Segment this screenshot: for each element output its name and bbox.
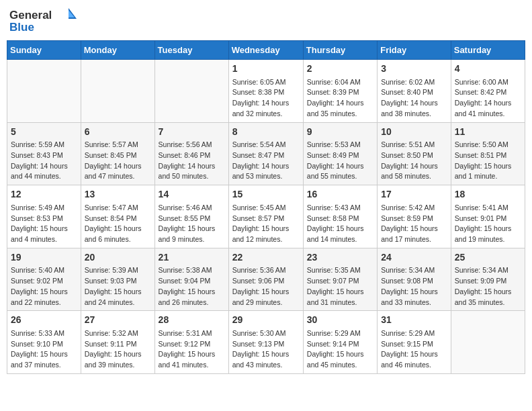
day-info: Sunrise: 5:30 AMSunset: 9:13 PMDaylight:… xyxy=(232,328,300,371)
calendar-cell: 2Sunrise: 6:04 AMSunset: 8:39 PMDaylight… xyxy=(303,60,377,123)
day-header-tuesday: Tuesday xyxy=(154,41,228,60)
day-number: 16 xyxy=(307,188,373,201)
day-header-sunday: Sunday xyxy=(7,41,81,60)
day-number: 18 xyxy=(455,188,521,201)
calendar-cell: 23Sunrise: 5:35 AMSunset: 9:07 PMDayligh… xyxy=(303,248,377,311)
day-header-monday: Monday xyxy=(81,41,154,60)
day-info: Sunrise: 5:41 AMSunset: 9:01 PMDaylight:… xyxy=(455,203,521,245)
day-info: Sunrise: 5:34 AMSunset: 9:08 PMDaylight:… xyxy=(381,265,447,308)
day-info: Sunrise: 5:29 AMSunset: 9:14 PMDaylight:… xyxy=(307,328,373,371)
calendar-week-1: 1Sunrise: 6:05 AMSunset: 8:38 PMDaylight… xyxy=(7,60,525,123)
day-info: Sunrise: 5:49 AMSunset: 8:53 PMDaylight:… xyxy=(11,203,77,245)
day-number: 1 xyxy=(232,62,300,76)
calendar-cell xyxy=(7,60,81,123)
calendar-cell: 29Sunrise: 5:30 AMSunset: 9:13 PMDayligh… xyxy=(228,311,303,374)
calendar-cell: 15Sunrise: 5:45 AMSunset: 8:57 PMDayligh… xyxy=(228,185,303,248)
day-number: 25 xyxy=(455,251,521,265)
day-number: 8 xyxy=(232,126,300,139)
day-info: Sunrise: 5:43 AMSunset: 8:58 PMDaylight:… xyxy=(307,203,373,245)
day-number: 11 xyxy=(455,126,521,139)
day-number: 6 xyxy=(85,126,151,139)
day-info: Sunrise: 6:02 AMSunset: 8:40 PMDaylight:… xyxy=(381,77,447,120)
calendar-cell: 1Sunrise: 6:05 AMSunset: 8:38 PMDaylight… xyxy=(228,60,303,123)
calendar-cell: 14Sunrise: 5:46 AMSunset: 8:55 PMDayligh… xyxy=(154,185,228,248)
day-info: Sunrise: 5:46 AMSunset: 8:55 PMDaylight:… xyxy=(159,203,225,245)
page-header: GeneralBlue xyxy=(7,7,525,35)
calendar-cell: 13Sunrise: 5:47 AMSunset: 8:54 PMDayligh… xyxy=(81,185,154,248)
day-info: Sunrise: 5:36 AMSunset: 9:06 PMDaylight:… xyxy=(232,265,300,308)
day-info: Sunrise: 5:47 AMSunset: 8:54 PMDaylight:… xyxy=(85,203,151,245)
day-number: 15 xyxy=(232,188,300,201)
day-number: 23 xyxy=(307,251,373,265)
day-number: 12 xyxy=(11,188,77,201)
calendar-week-3: 12Sunrise: 5:49 AMSunset: 8:53 PMDayligh… xyxy=(7,185,525,248)
calendar-cell: 24Sunrise: 5:34 AMSunset: 9:08 PMDayligh… xyxy=(378,248,451,311)
calendar-cell: 4Sunrise: 6:00 AMSunset: 8:42 PMDaylight… xyxy=(451,60,525,123)
day-number: 17 xyxy=(381,188,447,201)
day-number: 31 xyxy=(381,314,447,327)
calendar-cell: 8Sunrise: 5:54 AMSunset: 8:47 PMDaylight… xyxy=(228,122,303,185)
calendar-cell: 11Sunrise: 5:50 AMSunset: 8:51 PMDayligh… xyxy=(451,122,525,185)
day-info: Sunrise: 5:29 AMSunset: 9:15 PMDaylight:… xyxy=(381,328,447,371)
day-info: Sunrise: 6:05 AMSunset: 8:38 PMDaylight:… xyxy=(232,77,300,120)
calendar-week-2: 5Sunrise: 5:59 AMSunset: 8:43 PMDaylight… xyxy=(7,122,525,185)
svg-text:Blue: Blue xyxy=(9,21,34,34)
calendar-cell: 26Sunrise: 5:33 AMSunset: 9:10 PMDayligh… xyxy=(7,311,81,374)
day-info: Sunrise: 5:32 AMSunset: 9:11 PMDaylight:… xyxy=(85,328,151,371)
calendar-cell: 9Sunrise: 5:53 AMSunset: 8:49 PMDaylight… xyxy=(303,122,377,185)
svg-text:General: General xyxy=(9,9,52,21)
day-info: Sunrise: 5:31 AMSunset: 9:12 PMDaylight:… xyxy=(159,328,225,371)
calendar-table: SundayMondayTuesdayWednesdayThursdayFrid… xyxy=(7,40,525,374)
day-info: Sunrise: 5:35 AMSunset: 9:07 PMDaylight:… xyxy=(307,265,373,308)
calendar-cell: 31Sunrise: 5:29 AMSunset: 9:15 PMDayligh… xyxy=(378,311,451,374)
calendar-cell: 7Sunrise: 5:56 AMSunset: 8:46 PMDaylight… xyxy=(154,122,228,185)
day-number: 2 xyxy=(307,62,373,76)
calendar-cell: 21Sunrise: 5:38 AMSunset: 9:04 PMDayligh… xyxy=(154,248,228,311)
day-info: Sunrise: 5:34 AMSunset: 9:09 PMDaylight:… xyxy=(455,265,521,308)
day-info: Sunrise: 5:50 AMSunset: 8:51 PMDaylight:… xyxy=(455,140,521,182)
calendar-cell: 28Sunrise: 5:31 AMSunset: 9:12 PMDayligh… xyxy=(154,311,228,374)
day-info: Sunrise: 5:54 AMSunset: 8:47 PMDaylight:… xyxy=(232,140,300,182)
calendar-cell: 25Sunrise: 5:34 AMSunset: 9:09 PMDayligh… xyxy=(451,248,525,311)
logo: GeneralBlue xyxy=(9,7,83,35)
calendar-week-4: 19Sunrise: 5:40 AMSunset: 9:02 PMDayligh… xyxy=(7,248,525,311)
calendar-cell: 18Sunrise: 5:41 AMSunset: 9:01 PMDayligh… xyxy=(451,185,525,248)
calendar-cell: 5Sunrise: 5:59 AMSunset: 8:43 PMDaylight… xyxy=(7,122,81,185)
calendar-week-5: 26Sunrise: 5:33 AMSunset: 9:10 PMDayligh… xyxy=(7,311,525,374)
day-number: 24 xyxy=(381,251,447,265)
calendar-cell: 6Sunrise: 5:57 AMSunset: 8:45 PMDaylight… xyxy=(81,122,154,185)
day-info: Sunrise: 5:51 AMSunset: 8:50 PMDaylight:… xyxy=(381,140,447,182)
day-number: 22 xyxy=(232,251,300,265)
day-info: Sunrise: 5:38 AMSunset: 9:04 PMDaylight:… xyxy=(159,265,225,308)
day-info: Sunrise: 6:04 AMSunset: 8:39 PMDaylight:… xyxy=(307,77,373,120)
day-number: 13 xyxy=(85,188,151,201)
day-number: 29 xyxy=(232,314,300,327)
day-number: 9 xyxy=(307,126,373,139)
calendar-cell: 16Sunrise: 5:43 AMSunset: 8:58 PMDayligh… xyxy=(303,185,377,248)
day-info: Sunrise: 6:00 AMSunset: 8:42 PMDaylight:… xyxy=(455,77,521,120)
calendar-cell: 17Sunrise: 5:42 AMSunset: 8:59 PMDayligh… xyxy=(378,185,451,248)
calendar-cell: 22Sunrise: 5:36 AMSunset: 9:06 PMDayligh… xyxy=(228,248,303,311)
day-header-wednesday: Wednesday xyxy=(228,41,303,60)
day-info: Sunrise: 5:57 AMSunset: 8:45 PMDaylight:… xyxy=(85,140,151,182)
day-number: 26 xyxy=(11,314,77,327)
calendar-cell: 3Sunrise: 6:02 AMSunset: 8:40 PMDaylight… xyxy=(378,60,451,123)
day-number: 28 xyxy=(159,314,225,327)
day-info: Sunrise: 5:42 AMSunset: 8:59 PMDaylight:… xyxy=(381,203,447,245)
calendar-cell xyxy=(81,60,154,123)
calendar-cell: 27Sunrise: 5:32 AMSunset: 9:11 PMDayligh… xyxy=(81,311,154,374)
day-info: Sunrise: 5:40 AMSunset: 9:02 PMDaylight:… xyxy=(11,265,77,308)
day-header-saturday: Saturday xyxy=(451,41,525,60)
calendar-header-row: SundayMondayTuesdayWednesdayThursdayFrid… xyxy=(7,41,525,60)
day-number: 20 xyxy=(85,251,151,265)
day-number: 14 xyxy=(159,188,225,201)
day-info: Sunrise: 5:59 AMSunset: 8:43 PMDaylight:… xyxy=(11,140,77,182)
calendar-cell: 20Sunrise: 5:39 AMSunset: 9:03 PMDayligh… xyxy=(81,248,154,311)
day-info: Sunrise: 5:45 AMSunset: 8:57 PMDaylight:… xyxy=(232,203,300,245)
day-header-friday: Friday xyxy=(378,41,451,60)
day-number: 19 xyxy=(11,251,77,265)
calendar-cell xyxy=(154,60,228,123)
day-info: Sunrise: 5:53 AMSunset: 8:49 PMDaylight:… xyxy=(307,140,373,182)
day-info: Sunrise: 5:33 AMSunset: 9:10 PMDaylight:… xyxy=(11,328,77,371)
calendar-cell: 12Sunrise: 5:49 AMSunset: 8:53 PMDayligh… xyxy=(7,185,81,248)
